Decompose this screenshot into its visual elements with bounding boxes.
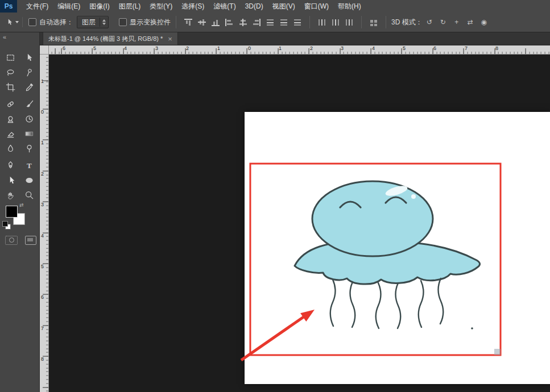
tool-dodge[interactable] xyxy=(20,141,39,156)
ruler-label: 0 xyxy=(41,110,44,115)
menu-3d[interactable]: 3D(D) xyxy=(241,0,268,12)
ruler-label: 2 xyxy=(186,46,189,51)
tool-lasso[interactable] xyxy=(1,65,20,80)
horizontal-ruler[interactable]: 6 5 4 3 2 1 0 1 2 3 4 5 6 7 8 xyxy=(49,45,550,55)
tool-pen[interactable] xyxy=(1,158,20,173)
align-right-edges-icon[interactable] xyxy=(252,19,261,26)
tool-eyedropper[interactable] xyxy=(20,80,39,94)
hand-icon xyxy=(6,190,15,200)
lasso-icon xyxy=(6,68,15,77)
menu-edit[interactable]: 编辑(E) xyxy=(53,0,85,12)
tool-move[interactable] xyxy=(20,50,39,65)
options-bar: 自动选择： 图层 显示变换控件 3D 模式： ↺ ↻ + ⇄ ◉ xyxy=(0,12,550,32)
align-bottom-edges-icon[interactable] xyxy=(211,19,220,26)
tool-zoom[interactable] xyxy=(20,187,39,202)
menu-layer[interactable]: 图层(L) xyxy=(114,0,146,12)
3d-drag-icon[interactable]: + xyxy=(451,17,462,27)
move-tool-icon xyxy=(6,18,14,26)
ruler-label: 6 xyxy=(41,295,44,300)
quick-selection-icon xyxy=(24,68,34,77)
distribute-vertical-centers-icon[interactable] xyxy=(279,19,288,26)
tool-brush[interactable] xyxy=(20,97,39,111)
photoshop-logo-icon: Ps xyxy=(0,0,17,12)
swap-colors-icon[interactable]: ⇄ xyxy=(19,202,24,208)
tool-preset-picker[interactable] xyxy=(5,17,23,27)
ruler-label: 0 xyxy=(248,46,251,51)
tool-ellipse-shape[interactable] xyxy=(20,173,39,187)
auto-align-layers-icon[interactable] xyxy=(369,19,378,26)
close-tab-icon[interactable]: × xyxy=(168,35,172,43)
align-vertical-centers-icon[interactable] xyxy=(197,19,206,26)
menu-help[interactable]: 帮助(H) xyxy=(333,0,366,12)
menu-file[interactable]: 文件(F) xyxy=(22,0,53,12)
default-colors-icon[interactable] xyxy=(2,221,11,230)
align-top-edges-icon[interactable] xyxy=(184,19,193,26)
menu-select[interactable]: 选择(S) xyxy=(177,0,209,12)
menu-window[interactable]: 窗口(W) xyxy=(300,0,333,12)
ruler-label: 2 xyxy=(41,172,44,177)
marquee-icon xyxy=(6,53,15,62)
tool-eraser[interactable] xyxy=(1,126,20,141)
tool-rectangular-marquee[interactable] xyxy=(1,50,20,65)
align-horizontal-centers-icon[interactable] xyxy=(238,19,247,26)
show-transform-checkbox[interactable] xyxy=(119,18,127,26)
ruler-label: 1 xyxy=(41,79,44,84)
3d-slide-icon[interactable]: ⇄ xyxy=(465,17,476,27)
dropdown-value: 图层 xyxy=(82,18,96,27)
3d-rotate-icon[interactable]: ↺ xyxy=(424,17,435,27)
tool-path-selection[interactable] xyxy=(1,173,20,187)
vertical-ruler[interactable]: 1 0 1 2 3 4 5 6 7 8 xyxy=(40,55,49,392)
tool-crop[interactable] xyxy=(1,80,20,94)
eyedropper-icon xyxy=(24,82,34,92)
quick-mask-icon[interactable] xyxy=(5,236,18,245)
ruler-label: 5 xyxy=(93,46,96,51)
distribute-horizontal-centers-icon[interactable] xyxy=(331,19,340,26)
divider xyxy=(309,16,310,28)
distribute-top-icon[interactable] xyxy=(266,19,275,26)
mode-3d-label: 3D 模式： xyxy=(391,18,423,27)
document-tab[interactable]: 未标题-1 @ 144% (椭圆 3 拷贝, RGB/8) * × xyxy=(43,32,178,45)
history-brush-icon xyxy=(24,114,34,124)
tool-spot-healing-brush[interactable] xyxy=(1,97,20,111)
document-canvas[interactable] xyxy=(245,112,550,384)
distribute-bottom-icon[interactable] xyxy=(293,19,302,26)
menu-image[interactable]: 图像(I) xyxy=(85,0,114,12)
tool-clone-stamp[interactable] xyxy=(1,111,20,126)
ruler-label: 8 xyxy=(495,46,498,51)
3d-scale-icon[interactable]: ◉ xyxy=(478,17,490,27)
foreground-color-swatch[interactable] xyxy=(6,206,18,218)
divider xyxy=(361,16,362,28)
ruler-label: 4 xyxy=(41,233,44,239)
ruler-label: 6 xyxy=(433,46,436,51)
menu-filter[interactable]: 滤镜(T) xyxy=(209,0,240,12)
crop-icon xyxy=(6,82,15,92)
auto-select-target-dropdown[interactable]: 图层 xyxy=(77,16,109,28)
photoshop-window: Ps 文件(F) 编辑(E) 图像(I) 图层(L) 类型(Y) 选择(S) 滤… xyxy=(0,0,550,392)
menu-view[interactable]: 视图(V) xyxy=(268,0,300,12)
canvas-area[interactable] xyxy=(49,55,550,392)
align-left-edges-icon[interactable] xyxy=(225,19,234,26)
menu-type[interactable]: 类型(Y) xyxy=(145,0,177,12)
auto-select-checkbox[interactable] xyxy=(28,18,36,26)
tool-quick-selection[interactable] xyxy=(20,65,39,80)
tool-hand[interactable] xyxy=(1,187,20,202)
tool-gradient[interactable] xyxy=(20,126,39,141)
clone-stamp-icon xyxy=(6,114,15,124)
tool-blur[interactable] xyxy=(1,141,20,156)
tool-history-brush[interactable] xyxy=(20,111,39,126)
ruler-label: 4 xyxy=(124,46,127,51)
tool-type[interactable]: T xyxy=(20,158,39,173)
distribute-left-icon[interactable] xyxy=(317,19,326,26)
move-icon xyxy=(24,53,34,62)
distribute-right-icon[interactable] xyxy=(345,19,354,26)
gradient-icon xyxy=(24,129,34,139)
ruler-label: 6 xyxy=(63,46,65,51)
ruler-label: 1 xyxy=(217,46,220,51)
blur-droplet-icon xyxy=(6,144,15,153)
collapse-tools-icon[interactable]: « xyxy=(3,34,6,40)
screen-mode-icon[interactable] xyxy=(25,236,36,245)
3d-roll-icon[interactable]: ↻ xyxy=(437,17,449,27)
ellipse-shape-icon xyxy=(24,176,34,185)
menu-bar: Ps 文件(F) 编辑(E) 图像(I) 图层(L) 类型(Y) 选择(S) 滤… xyxy=(0,0,550,13)
ruler-label: 5 xyxy=(41,264,44,269)
